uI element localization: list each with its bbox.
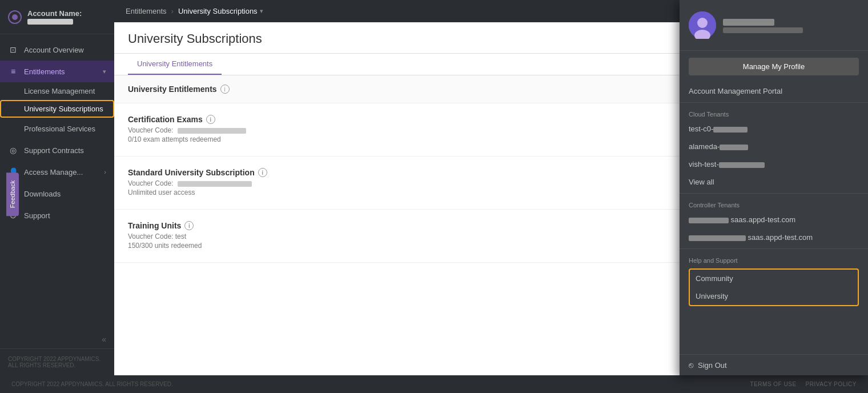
dropdown-cloud-tenants-label: Cloud Tenants bbox=[680, 105, 868, 120]
sidebar-label-account-overview: Account Overview bbox=[24, 46, 106, 54]
tab-university-entitlements[interactable]: University Entitlements bbox=[128, 54, 222, 75]
user-email-redacted bbox=[723, 27, 803, 33]
professional-services-icon bbox=[8, 123, 18, 134]
collapse-button[interactable]: « bbox=[0, 330, 114, 348]
section-info-icon[interactable]: i bbox=[220, 85, 230, 94]
cert-exams-info-icon[interactable]: i bbox=[206, 115, 215, 124]
dropdown-controller-ct1[interactable]: saas.appd-test.com bbox=[680, 211, 868, 228]
account-label: Account Name: bbox=[27, 9, 82, 18]
sidebar-label-downloads: Downloads bbox=[24, 190, 106, 198]
account-overview-icon: ⊡ bbox=[8, 45, 18, 55]
sidebar-header: Account Name: bbox=[0, 0, 114, 34]
feedback-label: Feedback bbox=[9, 181, 16, 208]
highlighted-community-university-group: Community University bbox=[689, 268, 859, 306]
dropdown-tenant-tc3[interactable]: vish-test- bbox=[680, 155, 868, 173]
standard-university-info-icon[interactable]: i bbox=[258, 168, 267, 177]
breadcrumb-current[interactable]: University Subscriptions ▾ bbox=[178, 7, 263, 15]
appdynamics-logo bbox=[8, 10, 22, 24]
breadcrumb-current-label: University Subscriptions bbox=[178, 7, 258, 15]
sign-out-label: Sign Out bbox=[698, 361, 727, 370]
dropdown-divider-3 bbox=[680, 248, 868, 249]
tenant-tc1-name: test-c0- bbox=[689, 125, 748, 133]
breadcrumb-dropdown-icon: ▾ bbox=[260, 7, 263, 15]
user-name bbox=[723, 17, 859, 26]
svg-point-4 bbox=[697, 18, 708, 28]
standard-university-voucher-value bbox=[178, 181, 252, 187]
entitlements-arrow-icon: ▾ bbox=[103, 68, 106, 75]
breadcrumb-separator: › bbox=[171, 7, 174, 15]
dropdown-user-section bbox=[680, 0, 868, 51]
view-all-label: View all bbox=[689, 178, 714, 186]
account-management-label: Account Management Portal bbox=[689, 87, 782, 95]
sidebar-item-university-subscriptions[interactable]: University Subscriptions bbox=[0, 100, 114, 118]
sidebar-footer: COPYRIGHT 2022 APPDYNAMICS. ALL RIGHTS R… bbox=[0, 348, 114, 375]
sign-out-icon: ⎋ bbox=[689, 360, 693, 370]
user-email bbox=[723, 26, 859, 33]
user-info bbox=[723, 17, 859, 33]
manage-profile-button[interactable]: Manage My Profile bbox=[689, 58, 859, 75]
cert-exams-voucher-value bbox=[178, 128, 246, 134]
dropdown-community[interactable]: Community bbox=[690, 270, 858, 287]
footer-privacy[interactable]: PRIVACY POLICY bbox=[806, 381, 857, 387]
avatar bbox=[689, 11, 716, 39]
dropdown-controller-ct2[interactable]: saas.appd-test.com bbox=[680, 228, 868, 246]
footer-copyright: COPYRIGHT 2022 APPDYNAMICS. ALL RIGHTS R… bbox=[11, 381, 173, 387]
sidebar-item-account-overview[interactable]: ⊡ Account Overview bbox=[0, 39, 114, 61]
footer: COPYRIGHT 2022 APPDYNAMICS. ALL RIGHTS R… bbox=[0, 375, 868, 393]
breadcrumb-parent[interactable]: Entitlements bbox=[126, 7, 167, 15]
sidebar-copyright: COPYRIGHT 2022 APPDYNAMICS. ALL RIGHTS R… bbox=[8, 356, 101, 368]
account-name bbox=[27, 18, 82, 25]
sidebar-item-entitlements[interactable]: ≡ Entitlements ▾ bbox=[0, 61, 114, 82]
account-info: Account Name: bbox=[27, 9, 82, 25]
dropdown-tenant-tc2[interactable]: alameda- bbox=[680, 138, 868, 155]
feedback-button[interactable]: Feedback bbox=[6, 173, 19, 216]
sidebar-label-professional-services: Professional Services bbox=[24, 125, 106, 133]
sidebar-item-license-management[interactable]: License Management bbox=[0, 82, 114, 100]
sidebar-item-professional-services[interactable]: Professional Services bbox=[0, 118, 114, 139]
tab-university-entitlements-label: University Entitlements bbox=[137, 59, 212, 68]
dropdown-sign-out[interactable]: ⎋ Sign Out bbox=[680, 354, 868, 375]
dropdown-divider-1 bbox=[680, 102, 868, 103]
university-label: University bbox=[696, 292, 728, 300]
community-label: Community bbox=[696, 274, 733, 283]
sidebar-label-access-management: Access Manage... bbox=[24, 168, 98, 177]
controller-ct1: saas.appd-test.com bbox=[689, 215, 795, 224]
dropdown-help-support-label: Help and Support bbox=[680, 251, 868, 266]
user-dropdown-panel: Manage My Profile Account Management Por… bbox=[680, 0, 868, 375]
footer-links: TERMS OF USE PRIVACY POLICY bbox=[750, 381, 857, 387]
tenant-tc2-name: alameda- bbox=[689, 142, 748, 151]
training-units-info-icon[interactable]: i bbox=[184, 221, 194, 230]
sidebar-label-support: Support bbox=[24, 211, 106, 220]
tenant-tc3-name: vish-test- bbox=[689, 160, 765, 169]
user-name-redacted bbox=[723, 19, 774, 26]
sidebar-label-university-subscriptions: University Subscriptions bbox=[24, 105, 103, 113]
dropdown-view-all[interactable]: View all bbox=[680, 173, 868, 191]
sidebar-item-support-contracts[interactable]: ◎ Support Contracts bbox=[0, 139, 114, 161]
dropdown-divider-2 bbox=[680, 193, 868, 194]
dropdown-university[interactable]: University bbox=[690, 287, 858, 305]
footer-terms[interactable]: TERMS OF USE bbox=[750, 381, 797, 387]
controller-ct2: saas.appd-test.com bbox=[689, 233, 813, 242]
svg-point-1 bbox=[12, 14, 18, 20]
sidebar-label-license-management: License Management bbox=[24, 87, 95, 95]
section-header-text: University Entitlements bbox=[128, 85, 217, 94]
entitlements-icon: ≡ bbox=[8, 66, 18, 77]
dropdown-account-management[interactable]: Account Management Portal bbox=[680, 82, 868, 100]
access-management-arrow-icon: › bbox=[104, 169, 106, 175]
dropdown-tenant-tc1[interactable]: test-c0- bbox=[680, 120, 868, 138]
support-contracts-icon: ◎ bbox=[8, 145, 18, 155]
sidebar-label-entitlements: Entitlements bbox=[24, 67, 97, 76]
sidebar-label-support-contracts: Support Contracts bbox=[24, 146, 106, 155]
dropdown-controller-tenants-label: Controller Tenants bbox=[680, 196, 868, 211]
